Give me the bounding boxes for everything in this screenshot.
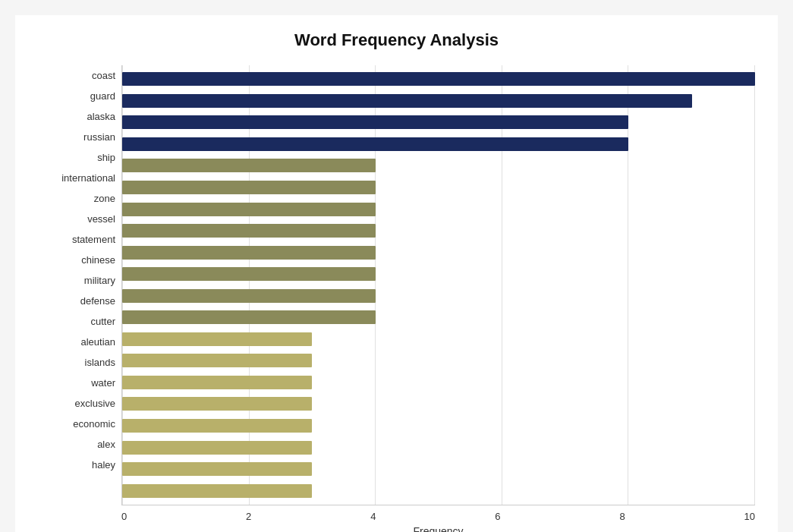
y-axis-label: cutter [90, 311, 115, 332]
x-axis-title: Frequency [121, 525, 755, 532]
y-axis-label: defense [80, 291, 115, 311]
bar-row [122, 114, 755, 131]
bar [122, 181, 376, 194]
bar [122, 137, 628, 151]
y-axis-label: zone [94, 188, 115, 209]
bar-row [122, 439, 755, 456]
bar-row [122, 352, 755, 370]
bar [122, 72, 755, 86]
y-axis-label: military [84, 270, 115, 291]
bar [122, 462, 312, 476]
bar [122, 267, 376, 281]
bar [122, 484, 312, 498]
bar [122, 289, 376, 303]
y-axis-label: aleutian [80, 332, 115, 352]
y-axis-label: economic [73, 414, 115, 434]
bar [122, 246, 376, 260]
bar [122, 310, 376, 324]
chart-title: Word Frequency Analysis [38, 30, 755, 50]
bar [122, 159, 376, 172]
x-axis-label: 6 [495, 511, 500, 522]
bottom-section: 0246810 Frequency [38, 507, 755, 532]
y-axis: coastguardalaskarussianshipinternational… [38, 65, 121, 505]
x-axis-label: 8 [619, 511, 625, 522]
bar [122, 419, 312, 433]
bar [122, 94, 692, 108]
y-axis-label: vessel [87, 209, 115, 229]
x-axis-label: 4 [370, 511, 376, 522]
bar-row [122, 200, 755, 218]
bar-row [122, 461, 755, 478]
chart-container: Word Frequency Analysis coastguardalaska… [15, 15, 778, 532]
y-axis-label: alaska [87, 106, 115, 127]
bar-row [122, 92, 755, 109]
bar-row [122, 309, 755, 326]
y-axis-label: coast [92, 65, 115, 86]
bar [122, 203, 376, 216]
bar-row [122, 287, 755, 304]
y-axis-label: alex [97, 434, 115, 455]
y-axis-label: international [61, 168, 115, 188]
x-axis-label: 10 [744, 511, 754, 522]
y-axis-label: water [91, 373, 115, 393]
y-axis-label: ship [97, 147, 115, 168]
bar-row [122, 482, 755, 499]
bar-row [122, 244, 755, 261]
bar [122, 441, 312, 455]
bar-row [122, 135, 755, 153]
y-axis-label: statement [72, 229, 115, 250]
chart-area: coastguardalaskarussianshipinternational… [38, 65, 755, 505]
y-axis-label: haley [92, 455, 115, 475]
bar [122, 376, 312, 389]
y-axis-label: islands [85, 352, 115, 373]
bar-row [122, 157, 755, 175]
bar [122, 354, 312, 367]
bar [122, 332, 312, 346]
bars-wrapper [122, 65, 755, 505]
bar [122, 224, 376, 238]
bar-row [122, 330, 755, 348]
bar-row [122, 266, 755, 283]
y-axis-label: exclusive [75, 393, 115, 414]
bar [122, 397, 312, 411]
bar-row [122, 71, 755, 88]
y-axis-label: guard [90, 86, 115, 106]
bar-row [122, 373, 755, 391]
bar-row [122, 222, 755, 240]
bar-row [122, 395, 755, 413]
bar-row [122, 417, 755, 435]
x-axis-label: 2 [246, 511, 251, 522]
y-axis-label: chinese [81, 250, 115, 270]
bars-and-grid [121, 65, 755, 505]
x-axis-labels: 0246810 [121, 507, 755, 522]
y-axis-label: russian [83, 127, 115, 147]
x-axis-label: 0 [121, 511, 127, 522]
bar-row [122, 179, 755, 197]
bar [122, 115, 628, 129]
